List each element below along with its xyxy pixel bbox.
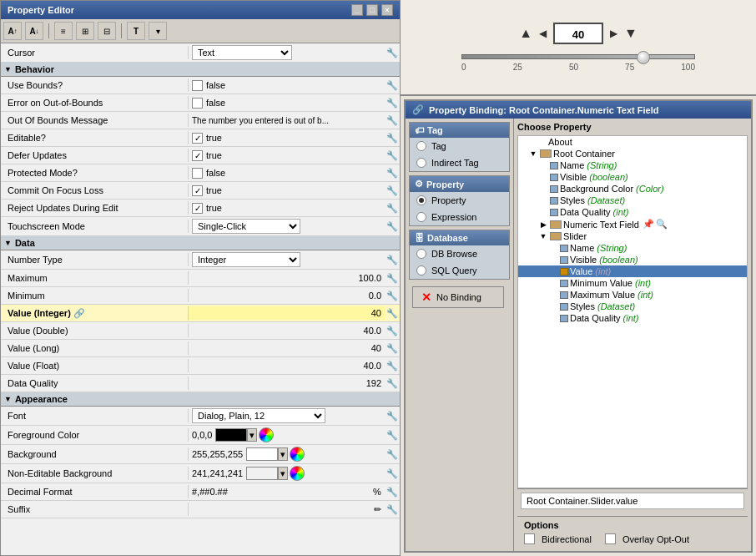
tree-bg-color[interactable]: Background Color (Color) [518,183,747,195]
tree-slider-dq[interactable]: Data Quality (int) [518,312,747,324]
ne-bg-dropdown[interactable]: ▾ [278,467,288,480]
number-type-select[interactable]: Integer [192,252,300,267]
protected-mode-checkbox[interactable] [192,168,203,179]
use-bounds-checkbox[interactable] [192,80,203,91]
tree-slider-max[interactable]: Maximum Value (int) [518,289,747,301]
bg-action[interactable]: 🔧 [385,446,400,462]
ntf-search-icon[interactable]: 🔍 [656,219,668,230]
defer-updates-checkbox[interactable] [192,150,203,161]
error-oob-action[interactable]: 🔧 [385,94,400,111]
minimize-button[interactable]: _ [351,4,363,16]
fg-color-dropdown[interactable]: ▾ [247,428,257,442]
bg-color-swatch[interactable] [246,447,278,461]
expression-option[interactable]: Expression [410,209,509,225]
db-browse-option[interactable]: DB Browse [410,245,509,262]
font-select[interactable]: Dialog, Plain, 12 [192,408,325,423]
sql-query-radio[interactable] [416,265,426,275]
value-float-action[interactable]: 🔧 [385,357,400,374]
bg-color-dropdown[interactable]: ▾ [278,447,288,461]
bidirectional-checkbox[interactable] [524,533,535,544]
ntf-pin-icon[interactable]: 📌 [643,219,654,230]
editable-action[interactable]: 🔧 [385,129,400,146]
defer-updates-action[interactable]: 🔧 [385,147,400,164]
maximize-button[interactable]: □ [366,4,378,16]
tree-numeric-text-field[interactable]: ▶ Numeric Text Field 📌 🔍 [518,218,747,230]
property-option[interactable]: Property [410,192,509,209]
number-type-action[interactable]: 🔧 [385,251,400,268]
collapse-button[interactable]: ⊟ [98,22,116,40]
no-binding-button[interactable]: ✕ No Binding [412,286,504,308]
slider-track[interactable] [461,54,695,59]
ne-bg-action[interactable]: 🔧 [385,465,400,482]
close-button[interactable]: × [381,4,393,16]
tree-slider-visible[interactable]: Visible (boolean) [518,254,747,265]
down-arrow-icon[interactable]: ▼ [624,26,638,41]
oob-msg-action[interactable]: 🔧 [385,112,400,129]
tree-slider-value[interactable]: Value (int) [518,265,747,277]
use-bounds-action[interactable]: 🔧 [385,77,400,94]
tree-slider[interactable]: ▼ Slider [518,230,747,242]
maximum-action[interactable]: 🔧 [385,270,400,286]
tree-root-container[interactable]: ▼ Root Container [518,148,747,159]
reject-updates-action[interactable]: 🔧 [385,200,400,216]
touchscreen-select[interactable]: Single-Click [192,219,300,234]
tag-option[interactable]: Tag [410,138,509,154]
value-integer-action[interactable]: 🔧 [385,305,400,321]
expression-radio[interactable] [416,212,426,222]
indirect-tag-radio[interactable] [416,158,426,168]
sort-za-button[interactable]: A↓ [25,22,43,40]
minimum-action[interactable]: 🔧 [385,287,400,304]
font-action[interactable]: 🔧 [385,407,400,424]
indirect-tag-option[interactable]: Indirect Tag [410,154,509,171]
tree-slider-min[interactable]: Minimum Value (int) [518,277,747,289]
tree-slider-name[interactable]: Name (String) [518,242,747,254]
font-button[interactable]: T [127,22,145,40]
cursor-action[interactable]: 🔧 [385,44,400,61]
fg-color-picker[interactable] [259,427,274,442]
decimal-format-action-pct[interactable]: % [370,483,385,500]
left-arrow-icon[interactable]: ◀ [539,28,547,39]
bg-color-picker[interactable] [290,447,305,462]
data-section-header[interactable]: ▼ Data [1,236,400,250]
more-button[interactable]: ▾ [149,22,167,40]
binding-path-display[interactable]: Root Container.Slider.value [521,493,744,509]
fg-color-swatch[interactable] [215,428,247,442]
tree-name-string[interactable]: Name (String) [518,159,747,171]
error-oob-checkbox[interactable] [192,98,203,109]
right-arrow-icon[interactable]: ▶ [610,28,617,39]
data-quality-action[interactable]: 🔧 [385,375,400,392]
numeric-value-box[interactable]: 40 [553,23,603,44]
reject-updates-checkbox[interactable] [192,203,203,214]
decimal-format-action[interactable]: 🔧 [385,483,400,500]
property-radio[interactable] [416,195,426,205]
property-tree[interactable]: About ▼ Root Container Name [517,135,748,488]
value-double-action[interactable]: 🔧 [385,322,400,339]
tag-radio[interactable] [416,141,426,151]
tree-about[interactable]: About [518,136,747,148]
suffix-action-edit[interactable]: ✏ [370,501,385,518]
slider-thumb[interactable] [637,51,650,64]
ne-bg-color-picker[interactable] [290,466,305,481]
expand-button[interactable]: ⊞ [76,22,94,40]
tree-visible-bool[interactable]: Visible (boolean) [518,171,747,183]
behavior-section-header[interactable]: ▼ Behavior [1,63,400,77]
suffix-action[interactable]: 🔧 [385,501,400,518]
tree-slider-styles[interactable]: Styles (Dataset) [518,301,747,312]
overlay-opt-out-checkbox[interactable] [605,533,616,544]
touchscreen-action[interactable]: 🔧 [385,218,400,235]
appearance-section-header[interactable]: ▼ Appearance [1,392,400,407]
ne-bg-swatch[interactable] [246,467,278,480]
sql-query-option[interactable]: SQL Query [410,262,509,279]
list-view-button[interactable]: ≡ [54,22,73,40]
db-browse-radio[interactable] [416,249,426,259]
commit-focus-action[interactable]: 🔧 [385,182,400,199]
protected-mode-action[interactable]: 🔧 [385,164,400,181]
fg-color-action[interactable]: 🔧 [385,427,400,443]
cursor-select[interactable]: Text [192,45,292,60]
up-arrow-icon[interactable]: ▲ [519,26,532,41]
tree-data-quality[interactable]: Data Quality (int) [518,206,747,218]
tree-styles[interactable]: Styles (Dataset) [518,195,747,206]
editable-checkbox[interactable] [192,133,203,144]
commit-focus-checkbox[interactable] [192,185,203,196]
sort-az-button[interactable]: A↑ [3,22,22,40]
